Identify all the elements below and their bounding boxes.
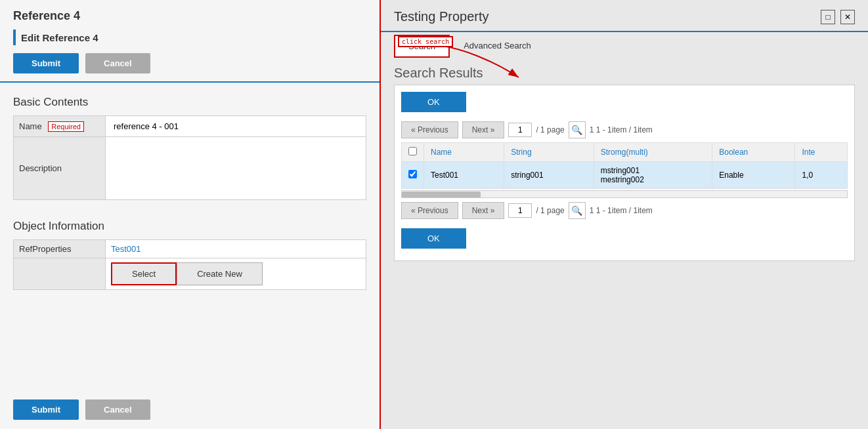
cancel-button-bottom[interactable]: Cancel xyxy=(85,399,150,420)
next-button-top[interactable]: Next » xyxy=(462,121,505,138)
cancel-button-top[interactable]: Cancel xyxy=(85,53,150,73)
row-checkbox-cell xyxy=(402,162,424,189)
header-checkbox[interactable] xyxy=(408,147,417,155)
name-input[interactable] xyxy=(111,120,360,133)
description-row: Description xyxy=(14,137,366,200)
table-header-row: Name String Stromg(multi) Boolean Inte xyxy=(402,143,848,162)
scrollbar-thumb xyxy=(402,192,481,198)
row-checkbox[interactable] xyxy=(408,170,417,178)
col-stromg-multi-header: Stromg(multi) xyxy=(594,143,712,162)
action-row: Select Create New xyxy=(14,258,366,290)
results-content: OK « Previous Next » / 1 page 🔍 1 1 - 1i… xyxy=(394,85,855,261)
search-icon-button-top[interactable]: 🔍 xyxy=(569,121,586,138)
name-value-cell xyxy=(106,116,366,137)
col-name-header: Name xyxy=(424,143,504,162)
ref-properties-cell: Test001 xyxy=(106,240,366,258)
row-stromg-multi: mstring001 mestring002 xyxy=(594,162,712,189)
modal-title: Testing Property xyxy=(394,9,489,24)
prev-button-top[interactable]: « Previous xyxy=(401,121,458,138)
description-textarea[interactable] xyxy=(111,141,360,194)
name-row: Name Required xyxy=(14,116,366,137)
click-search-annotation: click search xyxy=(398,36,453,47)
action-buttons: Select Create New xyxy=(111,262,360,285)
page-input-bottom[interactable] xyxy=(508,203,532,218)
action-cell: Select Create New xyxy=(106,258,366,290)
page-input-top[interactable] xyxy=(508,123,532,137)
tabs-bar: Search click search Advanced Search xyxy=(381,35,868,58)
row-boolean: Enable xyxy=(712,162,795,189)
maximize-button[interactable]: □ xyxy=(821,10,835,24)
edit-section-header: Edit Reference 4 xyxy=(21,32,98,43)
row-string: string001 xyxy=(504,162,594,189)
row-name: Test001 xyxy=(424,162,504,189)
table-row: Test001 string001 mstring001 mestring002… xyxy=(402,162,848,189)
col-boolean-header: Boolean xyxy=(712,143,795,162)
pagination-info-bottom: 1 1 - 1item / 1item xyxy=(590,206,653,215)
object-info-title: Object Information xyxy=(0,213,380,239)
horizontal-scrollbar[interactable] xyxy=(401,190,848,198)
page-total-bottom: / 1 page xyxy=(536,206,564,215)
create-new-button[interactable]: Create New xyxy=(177,262,263,285)
left-panel: Reference 4 Edit Reference 4 Submit Canc… xyxy=(0,0,381,429)
basic-contents-form: Name Required Description xyxy=(13,115,366,200)
col-inte-header: Inte xyxy=(795,143,848,162)
close-button[interactable]: ✕ xyxy=(840,10,855,24)
submit-button-top[interactable]: Submit xyxy=(13,53,79,73)
next-button-bottom[interactable]: Next » xyxy=(462,202,505,219)
pagination-bottom: « Previous Next » / 1 page 🔍 1 1 - 1item… xyxy=(401,202,848,219)
row-inte: 1,0 xyxy=(795,162,848,189)
ok-button-bottom[interactable]: OK xyxy=(401,228,466,249)
divider-top xyxy=(0,81,380,83)
basic-contents-title: Basic Contents xyxy=(0,89,380,115)
search-icon-button-bottom[interactable]: 🔍 xyxy=(569,202,586,219)
tab-advanced-search[interactable]: Advanced Search xyxy=(450,35,545,58)
ref-properties-label: RefProperties xyxy=(14,240,106,258)
ref-properties-row: RefProperties Test001 xyxy=(14,240,366,258)
modal-divider xyxy=(381,31,868,32)
bottom-toolbar: Submit Cancel xyxy=(0,390,380,429)
col-checkbox xyxy=(402,143,424,162)
object-info-form: RefProperties Test001 Select Create New xyxy=(13,239,366,290)
results-table: Name String Stromg(multi) Boolean Inte T… xyxy=(401,142,848,189)
modal-header: Testing Property □ ✕ xyxy=(381,0,868,27)
modal-controls: □ ✕ xyxy=(821,10,855,24)
required-badge: Required xyxy=(48,121,84,132)
description-cell xyxy=(106,137,366,200)
col-string-header: String xyxy=(504,143,594,162)
page-total-top: / 1 page xyxy=(536,125,564,134)
ok-button-top[interactable]: OK xyxy=(401,92,466,112)
description-label: Description xyxy=(14,137,106,200)
select-button[interactable]: Select xyxy=(111,262,177,285)
top-toolbar: Submit Cancel xyxy=(0,48,380,81)
pagination-top: « Previous Next » / 1 page 🔍 1 1 - 1item… xyxy=(401,121,848,138)
submit-button-bottom[interactable]: Submit xyxy=(13,399,79,420)
right-panel: Testing Property □ ✕ Search click search… xyxy=(381,0,868,429)
ref-properties-value: Test001 xyxy=(111,244,141,254)
search-tab-wrapper: Search click search xyxy=(394,35,450,58)
pagination-info-top: 1 1 - 1item / 1item xyxy=(590,125,653,134)
window-title: Reference 4 xyxy=(0,0,380,27)
search-results-label: Search Results xyxy=(381,59,868,85)
action-label-empty xyxy=(14,258,106,290)
prev-button-bottom[interactable]: « Previous xyxy=(401,202,458,219)
name-label: Name Required xyxy=(14,116,106,137)
